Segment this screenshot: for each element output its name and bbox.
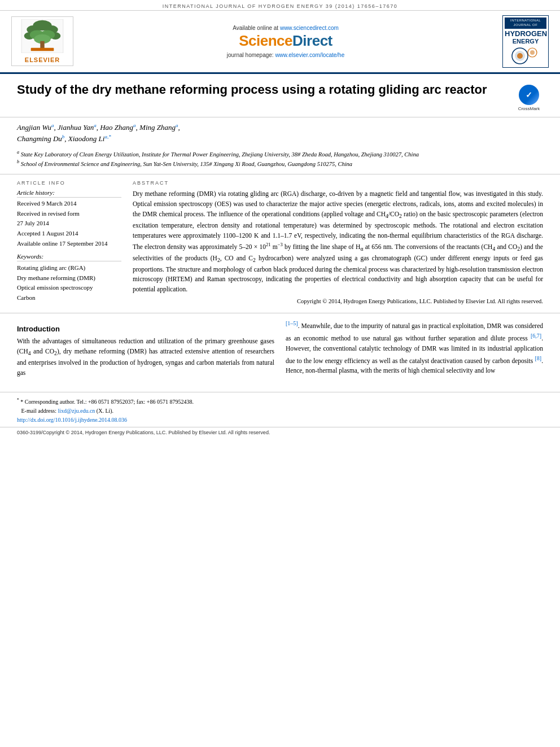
received-date: Received 9 March 2014 (17, 199, 121, 209)
author-xiaodong-li: Xiaodong Li (68, 134, 105, 143)
keyword-dmr: Dry methane reforming (DMR) (17, 273, 121, 283)
introduction-title: Introduction (17, 325, 274, 333)
header-area: ELSEVIER Available online at www.science… (0, 11, 560, 74)
elsevier-label: ELSEVIER (14, 56, 71, 63)
body-col-left: Introduction With the advantages of simu… (17, 319, 274, 381)
affiliation-b: b School of Environmental Science and En… (17, 159, 543, 168)
ref-6-7-link[interactable]: [6,7] (531, 333, 541, 339)
author-ming-zhang: Ming Zhang (139, 123, 176, 132)
keywords-group: Keywords: Rotating gliding arc (RGA) Dry… (17, 253, 121, 303)
keyword-rga: Rotating gliding arc (RGA) (17, 263, 121, 273)
article-title: Study of the dry methane reforming proce… (17, 82, 509, 98)
aff-sup-a: a (17, 150, 19, 155)
header-center: Available online at www.sciencedirect.co… (73, 25, 498, 58)
journal-logo-svg (509, 46, 542, 65)
corresponding-author-footnote: * * Corresponding author. Tel.: +86 0571… (17, 397, 543, 407)
aff-sup-b: b (17, 159, 19, 164)
journal-logo-inner: INTERNATIONAL JOURNAL OF HYDROGEN ENERGY (502, 15, 549, 68)
abstract-col: ABSTRACT Dry methane reforming (DMR) via… (133, 180, 543, 307)
received-revised-date: Received in revised form27 July 2014 (17, 209, 121, 229)
affiliation-a: a State Key Laboratory of Clean Energy U… (17, 149, 543, 159)
author-hao-zhang: Hao Zhang (100, 123, 133, 132)
author-changming-du: Changming Du (17, 134, 62, 143)
sciencedirect-title: ScienceDirect (73, 32, 498, 50)
author-sup-a1: a (51, 123, 54, 128)
journal-homepage-text: journal homepage: www.elsevier.com/locat… (73, 52, 498, 58)
elsevier-tree-icon (20, 19, 65, 53)
footnotes-section: * * Corresponding author. Tel.: +86 0571… (0, 392, 560, 427)
available-online-text: Available online at www.sciencedirect.co… (73, 25, 498, 31)
abstract-header: ABSTRACT (133, 180, 543, 186)
ref-8-link[interactable]: [8] (535, 355, 541, 361)
svg-point-15 (530, 50, 535, 55)
body-col-right: [1–5]. Meanwhile, due to the impurity of… (286, 319, 543, 381)
bottom-bar: 0360-3199/Copyright © 2014, Hydrogen Ene… (0, 427, 560, 438)
article-body: Introduction With the advantages of simu… (0, 313, 560, 386)
keyword-carbon: Carbon (17, 293, 121, 303)
available-online-date: Available online 17 September 2014 (17, 239, 121, 249)
author-jianhua-yan: Jianhua Yan (58, 123, 94, 132)
article-info-col: ARTICLE INFO Article history: Received 9… (17, 180, 121, 307)
email-link[interactable]: lixd@zju.edu.cn (58, 408, 95, 414)
journal-logo-top-text: INTERNATIONAL JOURNAL OF (505, 18, 546, 29)
article-info-abstract-section: ARTICLE INFO Article history: Received 9… (0, 174, 560, 313)
journal-logo-graphic (505, 46, 546, 65)
journal-banner: INTERNATIONAL JOURNAL OF HYDROGEN ENERGY… (0, 0, 560, 11)
ref-1-5-link[interactable]: [1–5] (286, 320, 298, 326)
accepted-date: Accepted 1 August 2014 (17, 229, 121, 239)
journal-logo-box: INTERNATIONAL JOURNAL OF HYDROGEN ENERGY (498, 15, 549, 68)
crossmark-symbol: ✓ (526, 90, 532, 99)
crossmark-logo: ✓ CrossMark (515, 85, 543, 111)
article-history-group: Article history: Received 9 March 2014 R… (17, 189, 121, 248)
issn-text: 0360-3199/Copyright © 2014, Hydrogen Ene… (17, 430, 270, 435)
author-star-sup: * (108, 134, 111, 139)
article-history-label: Article history: (17, 189, 121, 198)
author-sup-a3: a (133, 123, 136, 128)
article-info-header: ARTICLE INFO (17, 180, 121, 186)
abstract-text: Dry methane reforming (DMR) via rotating… (133, 189, 543, 295)
svg-rect-10 (31, 48, 54, 51)
journal-banner-text: INTERNATIONAL JOURNAL OF HYDROGEN ENERGY… (0, 3, 560, 9)
crossmark-label: CrossMark (515, 106, 543, 111)
doi-link[interactable]: http://dx.doi.org/10.1016/j.ijhydene.201… (17, 417, 127, 423)
abstract-copyright: Copyright © 2014, Hydrogen Energy Public… (133, 298, 543, 304)
author-sup-b: b (62, 134, 65, 139)
email-footnote: E-mail address: lixd@zju.edu.cn (X. Li). (17, 407, 543, 416)
crossmark-circle: ✓ (519, 85, 539, 105)
authors-line2: Changming Dub, Xiaodong Lia,* (17, 133, 543, 145)
intro-text-col1: With the advantages of simultaneous redu… (17, 337, 274, 378)
journal-homepage-link[interactable]: www.elsevier.com/locate/he (275, 52, 344, 58)
author-sup-a4: a (176, 123, 178, 128)
author-angjian-wu: Angjian Wu (17, 123, 51, 132)
article-title-section: Study of the dry methane reforming proce… (0, 74, 560, 117)
affiliations-section: a State Key Laboratory of Clean Energy U… (0, 147, 560, 175)
keywords-label: Keywords: (17, 253, 121, 261)
sciencedirect-url-link[interactable]: www.sciencedirect.com (280, 25, 339, 31)
elsevier-logo: ELSEVIER (11, 16, 73, 66)
authors-section: Angjian Wua, Jianhua Yana, Hao Zhanga, M… (0, 117, 560, 147)
intro-text-col2: [1–5]. Meanwhile, due to the impurity of… (286, 319, 543, 376)
authors-line: Angjian Wua, Jianhua Yana, Hao Zhanga, M… (17, 122, 543, 133)
article-title-text: Study of the dry methane reforming proce… (17, 82, 509, 98)
svg-point-13 (517, 53, 523, 59)
author-sup-a2: a (94, 123, 97, 128)
direct-word: Direct (292, 32, 333, 49)
journal-logo-title: HYDROGEN ENERGY (505, 29, 546, 46)
body-two-col: Introduction With the advantages of simu… (17, 319, 543, 381)
keyword-oes: Optical emission spectroscopy (17, 283, 121, 293)
doi-footnote: http://dx.doi.org/10.1016/j.ijhydene.201… (17, 416, 543, 425)
science-word: Science (239, 32, 292, 49)
